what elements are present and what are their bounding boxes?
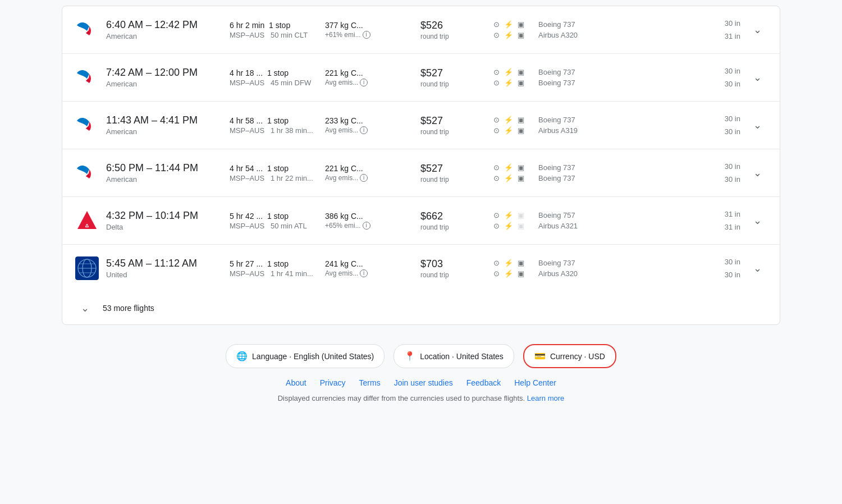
aircraft-bot: Airbus A321 (538, 222, 701, 230)
route-detail: MSP–AUS 1 hr 38 min... (230, 126, 319, 135)
currency-icon: 💳 (534, 351, 546, 361)
emissions-info-icon[interactable]: i (360, 269, 368, 277)
emissions-sub: +61% emi... i (325, 31, 415, 39)
flight-amenities: ⊙ ⚡ ▣ ⊙ ⚡ ▣ (493, 68, 533, 87)
flight-time: 4:32 PM – 10:14 PM Delta (106, 210, 224, 231)
flight-expand-button[interactable]: ⌄ (746, 119, 768, 131)
aircraft-top: Boeing 737 (538, 259, 701, 267)
footer-link-user-studies[interactable]: Join user studies (394, 378, 453, 387)
duration-main: 5 hr 42 ... 1 stop (230, 212, 319, 221)
aircraft-bot: Boeing 737 (538, 174, 701, 182)
flight-row-5[interactable]: Δ 4:32 PM – 10:14 PM Delta 5 hr 42 ... 1… (62, 197, 780, 245)
legroom-bot: 30 in (707, 268, 740, 281)
emissions-info-icon[interactable]: i (360, 79, 368, 86)
flight-expand-button[interactable]: ⌄ (746, 167, 768, 179)
price-value: $527 (420, 163, 488, 175)
more-flights-row[interactable]: ⌄ 53 more flights (62, 292, 780, 324)
legroom-bot: 30 in (707, 77, 740, 90)
flight-duration: 4 hr 18 ... 1 stop MSP–AUS 45 min DFW (230, 68, 319, 87)
flight-emissions: 386 kg C... +65% emi... i (325, 212, 415, 230)
time-range: 5:45 AM – 11:12 AM (106, 258, 224, 269)
flight-row-2[interactable]: 7:42 AM – 12:00 PM American 4 hr 18 ... … (62, 54, 780, 102)
flight-aircraft: Boeing 737 Boeing 737 (538, 68, 701, 87)
emissions-info-icon[interactable]: i (360, 126, 368, 134)
emissions-main: 377 kg C... (325, 21, 415, 30)
flight-duration: 4 hr 58 ... 1 stop MSP–AUS 1 hr 38 min..… (230, 116, 319, 135)
flight-duration: 6 hr 2 min 1 stop MSP–AUS 50 min CLT (230, 21, 319, 39)
flight-aircraft: Boeing 737 Airbus A319 (538, 116, 701, 135)
flight-row-4[interactable]: 6:50 PM – 11:44 PM American 4 hr 54 ... … (62, 149, 780, 197)
airline-name: American (106, 80, 224, 88)
flight-aircraft: Boeing 757 Airbus A321 (538, 211, 701, 230)
flights-card: 6:40 AM – 12:42 PM American 6 hr 2 min 1… (62, 6, 780, 325)
more-flights-expand-icon[interactable]: ⌄ (74, 302, 96, 314)
legroom-bot: 31 in (707, 30, 740, 43)
flight-legroom: 30 in 30 in (707, 65, 740, 91)
footer-link-help[interactable]: Help Center (514, 378, 556, 387)
price-sub: round trip (420, 176, 488, 184)
flight-price: $662 round trip (420, 210, 488, 231)
airline-logo (74, 255, 100, 282)
footer-link-feedback[interactable]: Feedback (466, 378, 501, 387)
flight-expand-button[interactable]: ⌄ (746, 214, 768, 227)
route-detail: MSP–AUS 50 min ATL (230, 222, 319, 230)
price-sub: round trip (420, 33, 488, 40)
emissions-info-icon[interactable]: i (363, 31, 370, 39)
location-icon: 📍 (404, 351, 415, 361)
emissions-sub: Avg emis... i (325, 126, 415, 134)
aircraft-top: Boeing 737 (538, 68, 701, 76)
emissions-sub: Avg emis... i (325, 79, 415, 86)
footer-link-about[interactable]: About (286, 378, 306, 387)
airline-name: American (106, 127, 224, 136)
time-range: 6:50 PM – 11:44 PM (106, 162, 224, 174)
flight-expand-button[interactable]: ⌄ (746, 71, 768, 84)
chevron-down-icon: ⌄ (753, 262, 762, 274)
flight-row-1[interactable]: 6:40 AM – 12:42 PM American 6 hr 2 min 1… (62, 6, 780, 54)
price-value: $662 (420, 210, 488, 222)
more-flights-label: 53 more flights (103, 304, 154, 313)
flight-emissions: 241 kg C... Avg emis... i (325, 259, 415, 277)
page-wrapper: 6:40 AM – 12:42 PM American 6 hr 2 min 1… (28, 0, 814, 430)
location-button[interactable]: 📍 Location · United States (393, 344, 514, 368)
flight-time: 6:50 PM – 11:44 PM American (106, 162, 224, 184)
legroom-bot: 30 in (707, 125, 740, 138)
time-range: 4:32 PM – 10:14 PM (106, 210, 224, 222)
legroom-top: 30 in (707, 65, 740, 77)
airline-logo (74, 159, 100, 186)
flight-time: 6:40 AM – 12:42 PM American (106, 19, 224, 40)
flight-aircraft: Boeing 737 Boeing 737 (538, 163, 701, 182)
flight-time: 7:42 AM – 12:00 PM American (106, 67, 224, 88)
flight-amenities: ⊙ ⚡ ▣ ⊙ ⚡ ▣ (493, 211, 533, 230)
flight-price: $703 round trip (420, 258, 488, 279)
duration-main: 4 hr 18 ... 1 stop (230, 68, 319, 77)
price-value: $527 (420, 115, 488, 127)
language-button[interactable]: 🌐 Language · English (United States) (226, 344, 385, 368)
footer-link-terms[interactable]: Terms (359, 378, 381, 387)
duration-main: 6 hr 2 min 1 stop (230, 21, 319, 30)
learn-more-link[interactable]: Learn more (527, 394, 564, 402)
price-sub: round trip (420, 80, 488, 88)
time-range: 7:42 AM – 12:00 PM (106, 67, 224, 79)
legroom-top: 30 in (707, 112, 740, 125)
emissions-main: 233 kg C... (325, 116, 415, 125)
emissions-main: 386 kg C... (325, 212, 415, 221)
price-value: $703 (420, 258, 488, 270)
chevron-down-icon: ⌄ (753, 71, 762, 84)
currency-button[interactable]: 💳 Currency · USD (523, 344, 616, 368)
chevron-down-icon: ⌄ (753, 214, 762, 227)
chevron-down-icon: ⌄ (753, 167, 762, 179)
flight-emissions: 377 kg C... +61% emi... i (325, 21, 415, 39)
flight-expand-button[interactable]: ⌄ (746, 24, 768, 36)
emissions-info-icon[interactable]: i (363, 222, 370, 230)
flight-time: 5:45 AM – 11:12 AM United (106, 258, 224, 279)
route-detail: MSP–AUS 50 min CLT (230, 31, 319, 39)
emissions-info-icon[interactable]: i (360, 174, 368, 182)
flight-row-3[interactable]: 11:43 AM – 4:41 PM American 4 hr 58 ... … (62, 102, 780, 149)
flight-price: $527 round trip (420, 115, 488, 136)
aircraft-top: Boeing 737 (538, 20, 701, 29)
flight-expand-button[interactable]: ⌄ (746, 262, 768, 274)
currency-label: Currency · USD (550, 352, 605, 361)
flight-row-6[interactable]: 5:45 AM – 11:12 AM United 5 hr 27 ... 1 … (62, 245, 780, 292)
duration-main: 5 hr 27 ... 1 stop (230, 259, 319, 268)
footer-link-privacy[interactable]: Privacy (320, 378, 346, 387)
